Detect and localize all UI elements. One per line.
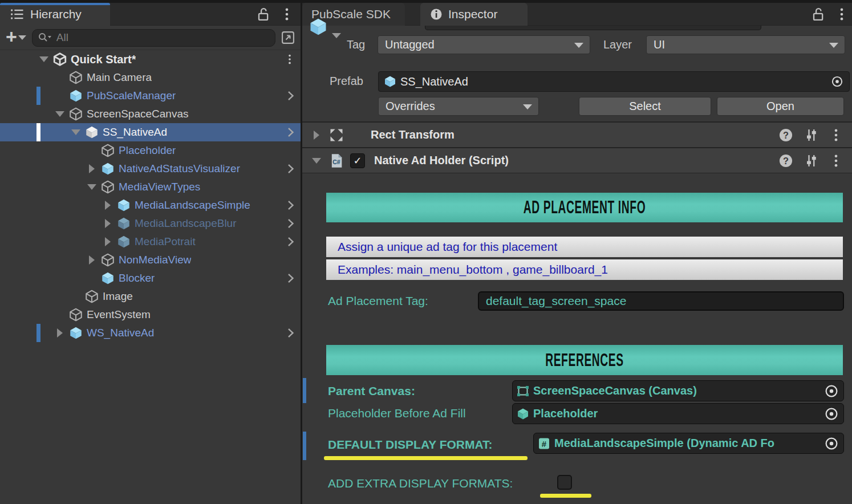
lock-open-icon[interactable] (810, 6, 826, 22)
prefab-chevron-icon[interactable] (283, 125, 297, 139)
foldout-right-icon[interactable] (309, 131, 324, 140)
tree-item-image[interactable]: Image (0, 287, 301, 306)
foldout-right-icon[interactable] (100, 214, 115, 233)
rect-transform-header[interactable]: Rect Transform ? (302, 122, 852, 148)
placeholder-value: Placeholder (533, 407, 819, 420)
placeholder-field[interactable]: Placeholder (512, 403, 844, 424)
tree-item-placeholder[interactable]: Placeholder (0, 141, 301, 160)
tree-item-label: Image (103, 290, 133, 303)
select-button[interactable]: Select (579, 97, 711, 116)
object-picker-icon[interactable] (823, 383, 840, 400)
open-button[interactable]: Open (717, 97, 844, 116)
unity-editor-window: Hierarchy + Quick Start*Main CameraPubSc… (0, 0, 852, 504)
tree-item-medialandscapeblur[interactable]: MediaLandscapeBlur (0, 214, 301, 233)
prefab-chevron-icon[interactable] (283, 326, 297, 340)
note-bar: Assign a unique ad tag for this placemen… (326, 237, 843, 257)
kebab-menu-icon[interactable] (828, 127, 844, 143)
tree-item-ws-nativead[interactable]: WS_NativeAd (0, 324, 301, 342)
layer-dropdown[interactable]: UI (646, 35, 845, 54)
search-input[interactable] (55, 31, 270, 44)
presets-icon[interactable] (803, 127, 819, 143)
cube-solid-white-icon (84, 125, 99, 140)
foldout-right-icon[interactable] (84, 160, 99, 178)
kebab-menu-icon[interactable] (834, 6, 850, 22)
csharp-script-icon: C# (328, 153, 344, 169)
tree-item-label: Main Camera (87, 71, 152, 84)
lock-open-icon[interactable] (255, 6, 271, 22)
tree-item-medialandscapesimple[interactable]: MediaLandscapeSimple (0, 196, 301, 214)
note-bar: Examples: main_menu_bottom , game_billbo… (326, 259, 843, 280)
tree-item-nonmediaview[interactable]: NonMediaView (0, 251, 301, 269)
selected-override-bar (36, 123, 40, 141)
prefab-chevron-icon[interactable] (283, 198, 297, 212)
tree-item-quick-start-[interactable]: Quick Start* (0, 50, 301, 68)
add-object-button[interactable]: + (6, 27, 17, 46)
native-ad-holder-header[interactable]: C# ✓ Native Ad Holder (Script) ? (302, 148, 852, 173)
foldout-right-icon[interactable] (52, 324, 67, 342)
window-top-strip (0, 0, 852, 3)
object-picker-icon[interactable] (823, 435, 840, 452)
open-search-window-icon[interactable] (280, 30, 296, 46)
foldout-right-icon[interactable] (100, 233, 115, 251)
presets-icon[interactable] (803, 153, 819, 169)
prefab-chevron-icon[interactable] (283, 89, 297, 103)
cube-prefab-icon (100, 271, 115, 286)
foldout-down-icon[interactable] (36, 50, 51, 68)
foldout-none-icon (84, 269, 99, 287)
prefab-chevron-icon[interactable] (283, 235, 297, 249)
overrides-dropdown[interactable]: Overrides (378, 97, 539, 116)
tree-item-main-camera[interactable]: Main Camera (0, 68, 301, 87)
gameobject-icon-dropdown[interactable] (332, 33, 341, 38)
rect-transform-title: Rect Transform (371, 128, 455, 141)
prefab-object-field[interactable]: SS_NativeAd (378, 71, 850, 92)
prefab-chevron-icon[interactable] (283, 162, 297, 176)
foldout-right-icon[interactable] (100, 196, 115, 214)
tree-item-nativeadstatusvisualizer[interactable]: NativeAdStatusVisualizer (0, 160, 301, 178)
object-picker-icon[interactable] (830, 74, 845, 89)
foldout-right-icon[interactable] (84, 251, 99, 269)
extra-formats-checkbox[interactable] (557, 475, 572, 490)
tree-item-label: Placeholder (119, 144, 176, 157)
kebab-menu-icon[interactable] (279, 6, 295, 22)
prefab-cube-icon (516, 407, 530, 421)
foldout-down-icon[interactable] (52, 105, 67, 123)
tree-item-blocker[interactable]: Blocker (0, 269, 301, 287)
kebab-menu-icon[interactable] (283, 52, 296, 66)
tree-item-mediaviewtypes[interactable]: MediaViewTypes (0, 178, 301, 196)
tree-item-mediapotrait[interactable]: MediaPotrait (0, 233, 301, 251)
layer-label: Layer (603, 38, 632, 51)
add-object-dropdown-icon[interactable] (18, 35, 26, 40)
prefab-chevron-icon[interactable] (283, 271, 297, 285)
cube-prefab-icon (116, 198, 131, 213)
prefab-chevron-icon[interactable] (283, 217, 297, 230)
foldout-down-icon[interactable] (68, 123, 83, 141)
tab-hierarchy[interactable]: Hierarchy (0, 3, 110, 26)
tag-label: Tag (347, 38, 365, 51)
component-enabled-checkbox[interactable]: ✓ (350, 153, 365, 168)
foldout-down-icon[interactable] (309, 158, 324, 164)
unity-logo-icon (52, 52, 67, 67)
tag-dropdown[interactable]: Untagged (378, 35, 590, 54)
extra-formats-label: ADD EXTRA DISPLAY FORMATS: (328, 477, 513, 490)
tree-item-screenspacecanvas[interactable]: ScreenSpaceCanvas (0, 105, 301, 123)
cube-outline-icon (68, 107, 83, 121)
prefab-override-bar (303, 378, 306, 403)
default-display-format-field[interactable]: # MediaLandscapeSimple (Dynamic AD Fo (533, 433, 844, 454)
tab-inspector[interactable]: Inspector (420, 3, 528, 26)
ad-placement-tag-input[interactable] (478, 291, 844, 311)
hierarchy-search-box[interactable] (32, 29, 275, 47)
foldout-down-icon[interactable] (84, 178, 99, 196)
help-icon[interactable]: ? (778, 127, 794, 143)
tree-item-label: PubScaleManager (87, 90, 176, 102)
prefab-label: Prefab (330, 75, 363, 88)
parent-canvas-field[interactable]: ScreenSpaceCanvas (Canvas) (512, 380, 844, 401)
tree-item-eventsystem[interactable]: EventSystem (0, 306, 301, 324)
kebab-menu-icon[interactable] (828, 153, 844, 169)
hierarchy-panel: Hierarchy + Quick Start*Main CameraPubSc… (0, 0, 301, 504)
tree-item-ss-nativead[interactable]: SS_NativeAd (0, 123, 301, 141)
object-picker-icon[interactable] (823, 405, 840, 422)
tree-item-pubscalemanager[interactable]: PubScaleManager (0, 87, 301, 105)
help-icon[interactable]: ? (778, 153, 794, 169)
tree-item-label: Quick Start* (71, 53, 136, 66)
gameobject-name-field[interactable] (425, 26, 761, 30)
